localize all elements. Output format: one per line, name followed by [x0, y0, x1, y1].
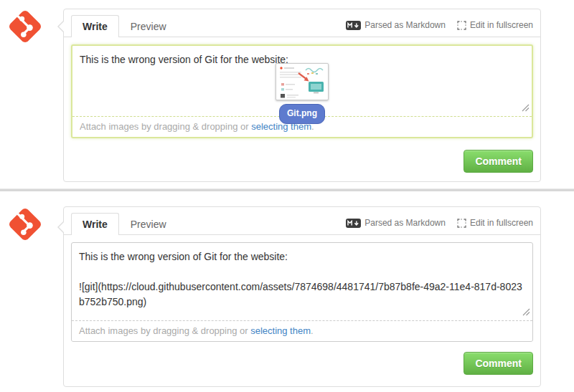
tab-preview[interactable]: Preview [119, 15, 178, 37]
comment-button[interactable]: Comment [464, 150, 533, 173]
fullscreen-icon [457, 219, 466, 228]
editor-line-1: This is the wrong version of Git for the… [79, 249, 525, 264]
markdown-hint-label: Parsed as Markdown [364, 20, 446, 30]
comment-textarea[interactable]: This is the wrong version of Git for the… [72, 46, 532, 117]
attachment-filename-badge: Git.png [279, 104, 325, 124]
fullscreen-button[interactable]: Edit in fullscreen [457, 20, 533, 30]
markdown-hint: Parsed as Markdown [346, 218, 446, 228]
thumbnail-art [277, 64, 327, 99]
section-divider [0, 188, 574, 191]
markdown-icon [346, 219, 361, 228]
selecting-them-link[interactable]: selecting them [250, 325, 311, 336]
speech-notch [57, 221, 64, 234]
markdown-hint-label: Parsed as Markdown [364, 218, 446, 228]
editor-line-2: ![git](https://cloud.githubusercontent.c… [79, 279, 525, 310]
git-logo-avatar [6, 7, 44, 46]
comment-button[interactable]: Comment [464, 352, 533, 375]
attach-text-end: . [311, 325, 314, 336]
comment-editor-upload: Write Preview Parsed as Markdown [63, 9, 541, 182]
fullscreen-button-label: Edit in fullscreen [470, 20, 533, 30]
fullscreen-button[interactable]: Edit in fullscreen [457, 218, 533, 228]
upload-preview: Git.png [276, 63, 329, 124]
attach-bar: Attach images by dragging & dropping or … [72, 321, 532, 341]
editor-tabbar: Write Preview Parsed as Markdown [64, 9, 540, 37]
attach-text: Attach images by dragging & dropping or [79, 325, 250, 336]
markdown-icon [346, 21, 361, 30]
comment-editor-markdown: Write Preview Parsed as Markdown [63, 206, 541, 387]
attach-text: Attach images by dragging & dropping or [80, 121, 251, 132]
markdown-hint: Parsed as Markdown [346, 20, 446, 30]
fullscreen-button-label: Edit in fullscreen [470, 218, 533, 228]
tab-write[interactable]: Write [71, 15, 119, 37]
comment-dropzone-active[interactable]: This is the wrong version of Git for the… [71, 44, 533, 138]
git-logo-icon [6, 205, 44, 244]
comment-textarea[interactable]: This is the wrong version of Git for the… [72, 243, 532, 321]
attachment-thumbnail [276, 63, 329, 100]
git-logo-icon [6, 7, 44, 46]
page: Write Preview Parsed as Markdown [0, 0, 574, 392]
resize-grip-icon[interactable] [522, 104, 530, 112]
tab-write[interactable]: Write [71, 213, 119, 235]
resize-grip-icon[interactable] [522, 308, 530, 316]
editor-tabbar: Write Preview Parsed as Markdown [64, 207, 540, 235]
comment-dropzone[interactable]: This is the wrong version of Git for the… [71, 242, 533, 342]
speech-notch [57, 20, 64, 33]
fullscreen-icon [457, 21, 466, 30]
git-logo-avatar-2 [6, 205, 44, 244]
tab-preview[interactable]: Preview [119, 213, 178, 235]
